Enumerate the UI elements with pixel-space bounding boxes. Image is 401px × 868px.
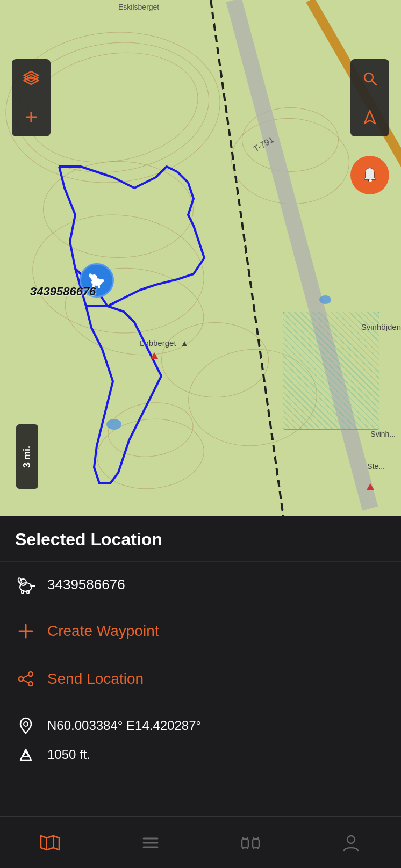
svinhojden-label: Svinhöjden: [361, 322, 401, 331]
bottom-panel: Selected Location 3439586676 Create Wayp…: [0, 516, 401, 816]
create-waypoint-label: Create Waypoint: [47, 623, 159, 640]
svg-point-17: [369, 179, 372, 182]
send-location-row[interactable]: Send Location: [0, 655, 401, 703]
mountain-icon: [18, 747, 33, 762]
search-icon: [362, 70, 378, 86]
svg-line-14: [372, 81, 376, 85]
plus-icon: [18, 623, 34, 639]
list-nav-icon: [141, 835, 160, 851]
scale-bar: 3 mi.: [16, 424, 38, 489]
map-nav-icon: [40, 834, 60, 852]
elevation-row: 1050 ft.: [15, 744, 386, 765]
notification-button[interactable]: [350, 156, 389, 194]
share-icon: [18, 671, 34, 687]
zoom-in-button[interactable]: [12, 98, 51, 136]
ste-label: Ste...: [367, 462, 385, 471]
layers-icon: [22, 69, 40, 88]
svg-rect-21: [22, 590, 24, 594]
svg-point-27: [19, 677, 23, 681]
svg-marker-10: [24, 74, 38, 82]
svg-marker-15: [364, 111, 375, 124]
dog-list-icon: [16, 574, 36, 595]
svg-rect-40: [242, 839, 248, 848]
nav-map[interactable]: [12, 821, 88, 864]
svg-point-26: [28, 672, 33, 676]
nav-devices[interactable]: [213, 821, 288, 864]
elevation-icon: [15, 744, 37, 765]
elevation-text: 1050 ft.: [47, 747, 90, 762]
lat-lng-text: N60.003384° E14.420287°: [47, 718, 201, 733]
map-controls-right: [350, 59, 389, 136]
search-button[interactable]: [350, 59, 389, 98]
map-view[interactable]: Eskilsberget T-791 Lobberget ▲ Svinhöjde…: [0, 0, 401, 516]
svg-rect-22: [27, 590, 29, 594]
location-pin-icon: [15, 715, 37, 736]
svg-line-1: [108, 301, 118, 306]
plus-map-icon: [23, 109, 39, 125]
svinh2-label: Svinh...: [370, 430, 396, 438]
selected-location-header: Selected Location: [0, 516, 401, 562]
eskilsberget-label: Eskilsberget: [118, 3, 159, 11]
dog-id-text: 3439586676: [47, 576, 125, 593]
bottom-nav: [0, 816, 401, 868]
map-controls-left: [12, 59, 51, 136]
svg-line-29: [23, 675, 28, 678]
triangle-marker-1: [151, 352, 158, 359]
share-location-icon: [15, 668, 37, 690]
svg-point-28: [28, 682, 33, 686]
dog-number-label: 3439586676: [30, 285, 96, 299]
send-location-label: Send Location: [47, 670, 144, 688]
svg-marker-34: [41, 836, 59, 850]
navigate-button[interactable]: [350, 98, 389, 136]
create-waypoint-row[interactable]: Create Waypoint: [0, 607, 401, 655]
nav-list[interactable]: [113, 821, 188, 864]
bell-icon: [361, 166, 379, 184]
devices-nav-icon: [240, 834, 261, 852]
navigate-icon: [362, 109, 378, 125]
svg-line-30: [23, 680, 28, 683]
dog-row-icon: [15, 574, 37, 595]
selected-location-title: Selected Location: [15, 530, 386, 549]
profile-nav-icon: [342, 834, 360, 852]
svg-rect-6: [98, 285, 100, 288]
lobberget-label: Lobberget ▲: [140, 338, 189, 348]
coordinates-section: N60.003384° E14.420287° 1050 ft.: [0, 703, 401, 777]
pin-icon: [18, 717, 33, 734]
plus-waypoint-icon: [15, 620, 37, 642]
lat-lng-row: N60.003384° E14.420287°: [15, 715, 386, 736]
svg-marker-8: [24, 71, 38, 79]
layers-button[interactable]: [12, 59, 51, 98]
svg-point-50: [347, 836, 355, 843]
dog-id-row: 3439586676: [0, 562, 401, 607]
trail-polygon: [0, 0, 401, 516]
triangle-marker-2: [367, 483, 374, 490]
svg-rect-45: [253, 839, 259, 848]
svg-point-31: [24, 722, 28, 726]
nav-profile[interactable]: [313, 821, 389, 864]
svg-marker-9: [24, 77, 38, 84]
